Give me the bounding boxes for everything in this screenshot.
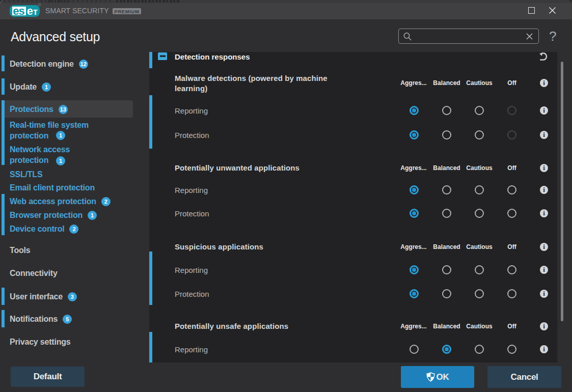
svg-text:т: т [33,7,38,17]
svg-text:e: e [27,5,33,17]
svg-text:es: es [13,5,24,17]
